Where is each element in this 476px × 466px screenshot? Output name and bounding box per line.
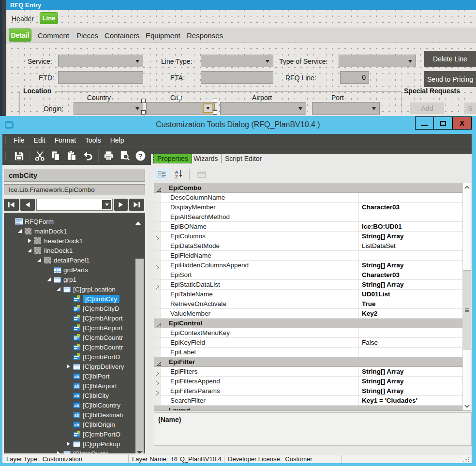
origin-city-combo-selected[interactable] (146, 102, 215, 115)
tree-item-ccmbairport[interactable]: [C]cmbAirport (4, 313, 123, 323)
dialog-titlebar[interactable]: Customization Tools Dialog (RFQ_PlanBV10… (0, 116, 476, 134)
tree-item-clblorigin[interactable]: ab[C]lblOrigin (4, 420, 115, 429)
tab-pieces[interactable]: Pieces (76, 31, 98, 40)
property-pages-button[interactable] (195, 169, 208, 180)
tab-wizards[interactable]: Wizards (193, 155, 218, 162)
tree-item-maindock1[interactable]: mainDock1 (4, 226, 67, 236)
tree-expander-open-icon[interactable] (46, 277, 54, 282)
property-row-epitablename[interactable]: EpiTableNameUD01List (154, 290, 462, 299)
selection-handle[interactable] (141, 110, 146, 115)
tab-comment[interactable]: Comment (38, 31, 69, 40)
tab-equipment[interactable]: Equipment (146, 31, 180, 40)
property-row-epicolumns[interactable]: EpiColumnsString[] Array (154, 232, 462, 241)
property-value[interactable]: Character03 (359, 203, 462, 212)
etd-field[interactable] (58, 71, 143, 84)
copy-button[interactable] (49, 149, 62, 162)
property-row-epicontextmenukey[interactable]: EpiContextMenuKey (154, 328, 462, 338)
rfq-line-field[interactable]: 0 (340, 71, 369, 84)
maximize-button[interactable] (433, 116, 453, 130)
line-type-combo[interactable] (201, 55, 273, 67)
paste-button[interactable] (65, 149, 78, 162)
tree-item-clblport[interactable]: ab[C]lblPort (4, 371, 110, 381)
selection-handle[interactable] (213, 110, 217, 115)
property-row-retrieveonactivate[interactable]: RetrieveOnActivateTrue (154, 299, 462, 309)
print-button[interactable] (102, 149, 115, 162)
property-category-epifilter[interactable]: EpiFilter (154, 357, 462, 367)
eta-field[interactable] (201, 71, 273, 84)
property-value[interactable]: False (359, 338, 462, 348)
property-row-epikeyfield[interactable]: EpiKeyFieldFalse (154, 338, 462, 348)
record-combo-field[interactable] (36, 199, 113, 211)
menu-file[interactable]: File (14, 136, 25, 144)
property-row-episort[interactable]: EpiSortCharacter03 (154, 270, 462, 280)
send-to-pricing-button[interactable]: Send to Pricing (424, 71, 476, 87)
tree-item-cgrpdelivery[interactable]: [C]grpDelivery (4, 362, 124, 371)
property-value[interactable]: ListDataSet (359, 241, 462, 251)
property-expand-gutter[interactable] (154, 261, 161, 270)
property-row-desccolumnname[interactable]: DescColumnName (154, 193, 462, 203)
tree-item-clblairport[interactable]: ab[C]lblAirport (4, 381, 117, 391)
property-expand-gutter[interactable] (154, 377, 161, 386)
tree-item-headerdock1[interactable]: headerDock1 (4, 236, 83, 246)
tree-item-ccmbcountr[interactable]: [C]cmbCountr (4, 342, 123, 352)
origin-airport-combo[interactable] (220, 102, 306, 115)
property-row-epifiltersparams[interactable]: EpiFiltersParamsString[] Array (154, 386, 462, 396)
tab-responses[interactable]: Responses (187, 31, 223, 40)
tree-item-clblcountry[interactable]: ab[C]lblCountry (4, 400, 120, 410)
partial-button[interactable]: S (464, 102, 476, 114)
property-value[interactable]: Key1 = 'Ciudades' (359, 396, 462, 406)
tab-script-editor[interactable]: Script Editor (225, 155, 262, 162)
property-value[interactable]: Key2 (359, 309, 462, 319)
property-value[interactable]: UD01List (359, 290, 462, 299)
selected-control-type[interactable]: Ice.Lib.Framework.EpiCombo (4, 184, 145, 195)
property-row-displaymember[interactable]: DisplayMemberCharacter03 (154, 203, 462, 212)
tree-item-ccmbcountr[interactable]: [C]cmbCountr (4, 333, 123, 342)
delete-line-button[interactable]: Delete Line (424, 51, 476, 67)
tree-expander-closed-icon[interactable] (27, 238, 34, 243)
resize-grip[interactable] (462, 456, 470, 462)
tree-item-ccmbportd[interactable]: [C]cmbPortD (4, 352, 120, 362)
menubar-grip[interactable] (5, 136, 6, 144)
tree-item-ccmbairport[interactable]: [C]cmbAirport (4, 323, 123, 333)
close-button[interactable]: X (452, 116, 472, 130)
nav-prev-button[interactable] (20, 199, 35, 211)
scroll-up-icon[interactable] (463, 183, 471, 191)
nav-next-button[interactable] (114, 199, 128, 211)
property-value[interactable]: Character03 (359, 270, 462, 280)
tree-expander-open-icon[interactable] (37, 258, 44, 262)
property-value[interactable]: String[] Array (359, 232, 462, 241)
nav-first-button[interactable] (4, 199, 19, 211)
property-row-epiboname[interactable]: EpiBONameIce:BO:UD01 (154, 222, 462, 232)
property-row-epihiddencolumnsappend[interactable]: EpiHiddenColumnsAppendString[] Array (154, 261, 462, 270)
property-value[interactable] (359, 251, 462, 261)
origin-country-combo[interactable] (74, 102, 143, 115)
category-collapse-icon[interactable] (157, 408, 162, 411)
tab-header[interactable]: Header (12, 15, 34, 23)
city-combo-dropdown-button[interactable] (203, 103, 213, 113)
property-row-epifilters[interactable]: EpiFiltersString[] Array (154, 367, 462, 377)
property-row-searchfilter[interactable]: SearchFilterKey1 = 'Ciudades' (154, 396, 462, 406)
tree-item-grp1[interactable]: grp1 (4, 275, 76, 284)
property-row-epialtsearchmethod[interactable]: EpiAltSearchMethod (154, 212, 462, 222)
menu-tools[interactable]: Tools (85, 136, 101, 144)
nav-last-button[interactable] (129, 199, 144, 211)
rfq-titlebar[interactable]: RFQ Entry (6, 0, 476, 10)
tree-scroll-down-icon[interactable] (137, 448, 142, 453)
tab-line[interactable]: Line (40, 12, 58, 24)
type-of-service-combo[interactable] (339, 55, 416, 67)
selected-control-name[interactable]: cmbCity (4, 169, 145, 182)
menu-help[interactable]: Help (110, 136, 124, 144)
service-combo[interactable] (58, 55, 143, 67)
tree-item-cgrplocation[interactable]: [C]grpLocation (4, 284, 116, 294)
property-row-epistaticdatalist[interactable]: EpiStaticDataListString[] Array (154, 280, 462, 290)
property-expand-gutter[interactable] (154, 280, 161, 290)
menu-format[interactable]: Format (55, 136, 76, 144)
property-category-epicontrol[interactable]: EpiControl (154, 319, 462, 328)
tab-containers[interactable]: Containers (104, 31, 140, 40)
property-row-epidatasetmode[interactable]: EpiDataSetModeListDataSet (154, 241, 462, 251)
tree-item-ccmbporto[interactable]: [C]cmbPortO (4, 429, 120, 439)
tree-expander-closed-icon[interactable] (56, 451, 63, 453)
origin-port-combo[interactable] (312, 102, 380, 115)
property-expand-gutter[interactable] (154, 367, 161, 377)
property-value[interactable]: String[] Array (359, 280, 462, 290)
